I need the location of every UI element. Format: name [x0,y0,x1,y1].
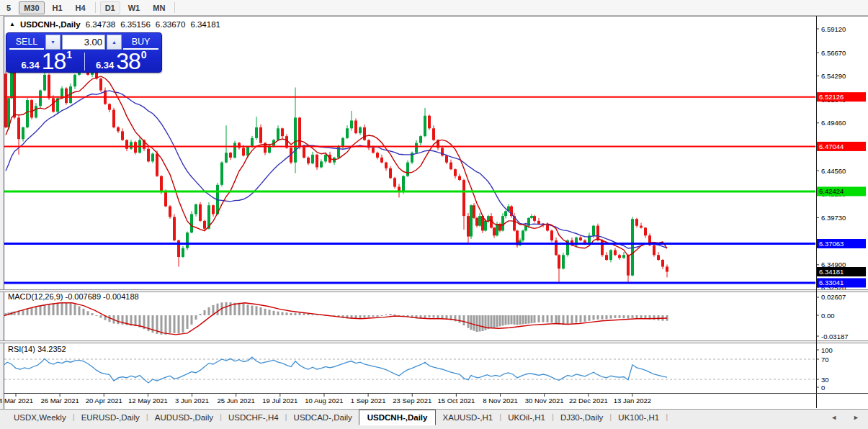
toolbar-separator [174,2,175,13]
timeframe-button-mn[interactable]: MN [148,1,170,14]
macd-label: MACD(12,26,9) -0.007689 -0.004188 [8,292,139,301]
tab-usdchf-h4[interactable]: USDCHF-,H4 [222,410,285,425]
sell-price-prefix: 6.34 [21,60,39,71]
price-axis-border [816,16,817,408]
application-window: 5M30H1H4D1W1MN 6.591206.566706.542906.51… [0,0,868,429]
ohlc-close: 6.34181 [190,20,220,29]
timeframe-button-w1[interactable]: W1 [123,1,146,14]
tab-dj30-daily[interactable]: DJ30-,Daily [554,410,609,425]
sell-button[interactable]: SELL [9,35,44,50]
chevron-down-icon: ▼ [50,40,55,45]
tab-usdcnh-daily[interactable]: USDCNH-,Daily [359,410,437,425]
collapse-icon[interactable]: ▲ [9,21,15,27]
macd-pane-separator[interactable] [0,289,868,292]
tab-scroll-left-icon[interactable]: ◄ [831,414,837,421]
timeframe-button-m30[interactable]: M30 [19,1,44,14]
chart-symbol-period: USDCNH-,Daily [20,20,81,29]
rsi-pane-separator[interactable] [0,340,868,343]
rsi-value: 34.2352 [37,345,66,353]
timeframe-button-5[interactable]: 5 [1,1,16,14]
sell-price[interactable]: 6.34 18 1 [9,50,84,72]
macd-values: -0.007689 -0.004188 [65,292,138,301]
tab-uk100-h1[interactable]: UK100-,H1 [612,410,666,425]
chart-tab-bar: USDX,Weekly|EURUSD-,Daily|AUDUSD-,Daily|… [0,409,868,429]
rsi-label: RSI(14) 34.2352 [8,345,66,353]
sell-price-sup: 1 [66,51,72,58]
time-axis-border [4,393,868,394]
chevron-up-icon: ▲ [112,40,117,45]
tab-audusd-daily[interactable]: AUDUSD-,Daily [148,410,220,425]
buy-price-sup: 0 [141,51,147,58]
timeframe-toolbar: 5M30H1H4D1W1MN [0,0,868,16]
tab-separator: | [666,412,668,425]
tab-usdcad-daily[interactable]: USDCAD-,Daily [287,410,359,425]
timeframe-button-d1[interactable]: D1 [100,1,120,14]
buy-price-prefix: 6.34 [96,60,114,71]
volume-down-button[interactable]: ▼ [45,35,61,50]
timeframe-button-h4[interactable]: H4 [71,1,91,14]
tab-scroll-arrows: ◄ ► [831,414,859,421]
timeframe-button-h1[interactable]: H1 [48,1,68,14]
tab-usdx-weekly[interactable]: USDX,Weekly [7,410,73,425]
price-divider [84,53,85,71]
buy-price-big: 38 [116,51,140,71]
rsi-indicator-name: RSI(14) [8,345,35,353]
chart-window [4,16,868,409]
toolbar-separator [95,2,96,13]
chart-title: ▲ USDCNH-,Daily 6.34738 6.35156 6.33670 … [9,20,220,29]
ohlc-high: 6.35156 [120,20,151,29]
sell-price-big: 18 [42,51,66,71]
ohlc-open: 6.34738 [86,20,116,29]
ohlc-low: 6.33670 [156,20,186,29]
buy-price[interactable]: 6.34 38 0 [84,50,159,72]
volume-up-button[interactable]: ▲ [107,35,122,50]
tab-xauusd-h1[interactable]: XAUUSD-,H1 [436,410,499,425]
tab-scroll-right-icon[interactable]: ► [853,414,859,421]
volume-input[interactable] [62,35,105,50]
macd-indicator-name: MACD(12,26,9) [8,292,63,301]
tab-ukoil-h1[interactable]: UKOil-,H1 [501,410,552,425]
tab-eurusd-daily[interactable]: EURUSD-,Daily [75,410,146,425]
one-click-trading-panel: SELL ▼ ▲ BUY 6.34 18 1 6.34 38 0 [6,32,162,73]
buy-button[interactable]: BUY [123,35,158,50]
